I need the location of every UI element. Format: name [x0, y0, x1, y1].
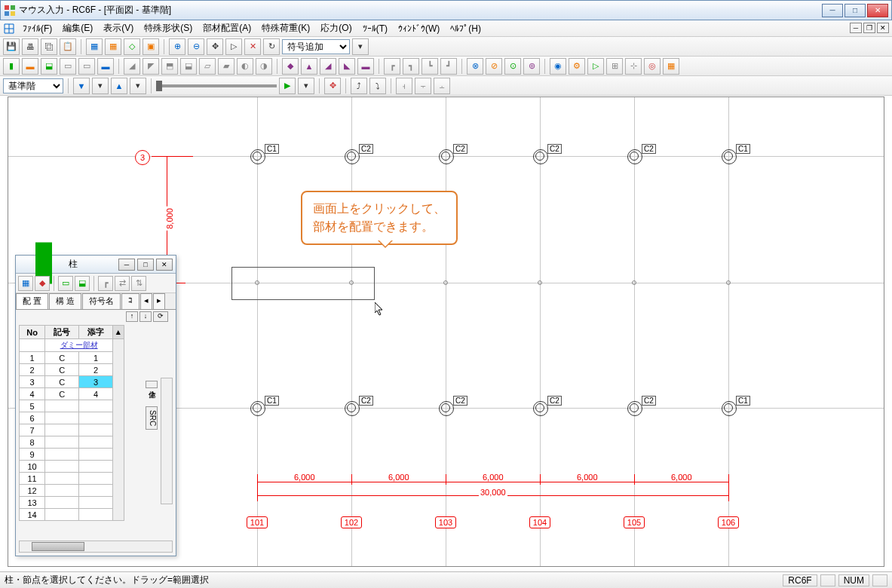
beam-i-button[interactable]: ▭: [60, 58, 76, 75]
th-mark[interactable]: 記号: [45, 326, 79, 339]
vtab-src[interactable]: SRC: [146, 406, 158, 430]
sort-reset-button[interactable]: ⟳: [153, 311, 168, 322]
toolwin-maximize-button[interactable]: □: [137, 259, 154, 271]
l4-button[interactable]: ┛: [440, 58, 457, 75]
column-marker[interactable]: [253, 403, 262, 412]
shape8-button[interactable]: ◑: [256, 58, 272, 75]
anchor-top-button[interactable]: ⤴: [351, 78, 367, 94]
l2-button[interactable]: ┓: [403, 58, 419, 75]
table-row[interactable]: 5: [20, 400, 124, 412]
menu-special-shape[interactable]: 特殊形状(S): [139, 20, 197, 36]
pan-button[interactable]: ✥: [207, 38, 223, 55]
zoom-in-button[interactable]: ⊕: [169, 38, 185, 55]
shape4-button[interactable]: ⬓: [180, 58, 197, 75]
tab-structure[interactable]: 構 造: [49, 293, 81, 309]
mode-combo[interactable]: 符号追加: [282, 39, 350, 54]
shape3-button[interactable]: ⬒: [161, 58, 178, 75]
table-row[interactable]: 2C2: [20, 364, 124, 376]
th-suf[interactable]: 添字: [79, 326, 113, 339]
down-menu-button[interactable]: ▾: [92, 78, 109, 94]
move-button[interactable]: ✥: [324, 78, 341, 94]
column-marker[interactable]: [630, 403, 639, 412]
table-row[interactable]: 9: [20, 449, 124, 461]
close-button[interactable]: ✕: [867, 4, 888, 17]
table-row[interactable]: 7: [20, 424, 124, 436]
menu-edit[interactable]: 編集(E): [58, 20, 97, 36]
shape12-button[interactable]: ◣: [339, 58, 355, 75]
zoom-out-button[interactable]: ⊖: [188, 38, 204, 55]
column-marker[interactable]: [724, 152, 733, 161]
shape5-button[interactable]: ▱: [199, 58, 216, 75]
mdi-restore-button[interactable]: ❐: [863, 23, 875, 33]
load2-button[interactable]: ⊘: [486, 58, 502, 75]
misc2-button[interactable]: ⚙: [569, 58, 585, 75]
pointer-button[interactable]: ▷: [225, 38, 242, 55]
toolwin-hscroll[interactable]: [19, 541, 173, 553]
wall-button[interactable]: ▬: [22, 58, 38, 75]
table-row[interactable]: 14: [20, 509, 124, 521]
table-row[interactable]: 4C4: [20, 388, 124, 400]
misc7-button[interactable]: ▦: [663, 58, 679, 75]
column-button[interactable]: ▮: [3, 58, 20, 75]
member-table[interactable]: No 記号 添字 ▴ ダミー部材 1C1 2C2 3C3 4C4 5 6 7 8…: [19, 325, 124, 521]
column-marker[interactable]: [253, 152, 262, 161]
floor-combo[interactable]: 基準階: [3, 78, 63, 93]
down-button[interactable]: ▼: [73, 78, 90, 94]
tab-right[interactable]: ▸: [153, 293, 165, 309]
l1-button[interactable]: ┏: [384, 58, 400, 75]
menu-file[interactable]: ﾌｧｲﾙ(F): [18, 22, 57, 35]
column-marker[interactable]: [724, 403, 733, 412]
node-marker[interactable]: [443, 280, 448, 285]
table-scroll-up[interactable]: ▴: [113, 326, 124, 339]
shape2-button[interactable]: ◤: [143, 58, 159, 75]
tw-btn7[interactable]: ⇅: [131, 276, 146, 291]
column-marker[interactable]: [630, 152, 639, 161]
tw-btn6[interactable]: ⇄: [115, 276, 130, 291]
tw-btn5[interactable]: ┏: [98, 276, 113, 291]
plate-button[interactable]: ▭: [78, 58, 95, 75]
shape6-button[interactable]: ▰: [218, 58, 234, 75]
anchor-bot-button[interactable]: ⤵: [369, 78, 386, 94]
up-button[interactable]: ▲: [111, 78, 127, 94]
menu-view[interactable]: 表示(V): [99, 20, 138, 36]
toolwin-minimize-button[interactable]: ─: [118, 259, 135, 271]
menu-tools[interactable]: ﾂｰﾙ(T): [358, 22, 392, 35]
maximize-button[interactable]: □: [844, 4, 866, 17]
slab-button[interactable]: ▬: [97, 58, 114, 75]
menu-window[interactable]: ｳｨﾝﾄﾞｳ(W): [394, 22, 444, 35]
misc5-button[interactable]: ⊹: [625, 58, 642, 75]
ext2-button[interactable]: ⫟: [415, 78, 431, 94]
shape7-button[interactable]: ◐: [237, 58, 253, 75]
column-marker[interactable]: [347, 403, 356, 412]
paste-button[interactable]: 📋: [60, 38, 76, 55]
sort-asc-button[interactable]: ↑: [126, 311, 138, 322]
th-no[interactable]: No: [20, 326, 45, 339]
tab-more[interactable]: ｺ: [121, 293, 139, 309]
misc4-button[interactable]: ⊞: [606, 58, 623, 75]
dummy-row[interactable]: ダミー部材: [45, 339, 113, 352]
play-button[interactable]: ▶: [279, 78, 296, 94]
grid-button[interactable]: ▦: [86, 38, 103, 55]
shape13-button[interactable]: ▬: [357, 58, 374, 75]
hscroll-thumb[interactable]: [32, 542, 84, 551]
refresh-button[interactable]: ↻: [263, 38, 280, 55]
table-row[interactable]: 6: [20, 412, 124, 424]
tab-left[interactable]: ◂: [140, 293, 152, 309]
mdi-close-button[interactable]: ✕: [877, 23, 889, 33]
grid2-button[interactable]: ▦: [105, 38, 121, 55]
column-marker[interactable]: [535, 403, 544, 412]
tw-btn2[interactable]: ◆: [35, 276, 50, 291]
tab-place[interactable]: 配 置: [16, 293, 48, 309]
tw-btn3[interactable]: ▭: [58, 276, 73, 291]
table-row[interactable]: 1C1: [20, 352, 124, 364]
menu-member-place[interactable]: 部材配置(A): [198, 20, 256, 36]
misc3-button[interactable]: ▷: [587, 58, 604, 75]
play-menu-button[interactable]: ▾: [298, 78, 314, 94]
shape9-button[interactable]: ◆: [282, 58, 299, 75]
misc1-button[interactable]: ◉: [550, 58, 566, 75]
node-marker[interactable]: [726, 280, 731, 285]
sort-desc-button[interactable]: ↓: [139, 311, 152, 322]
table-row[interactable]: 13: [20, 497, 124, 509]
node-marker[interactable]: [632, 280, 636, 285]
shape1-button[interactable]: ◢: [124, 58, 140, 75]
